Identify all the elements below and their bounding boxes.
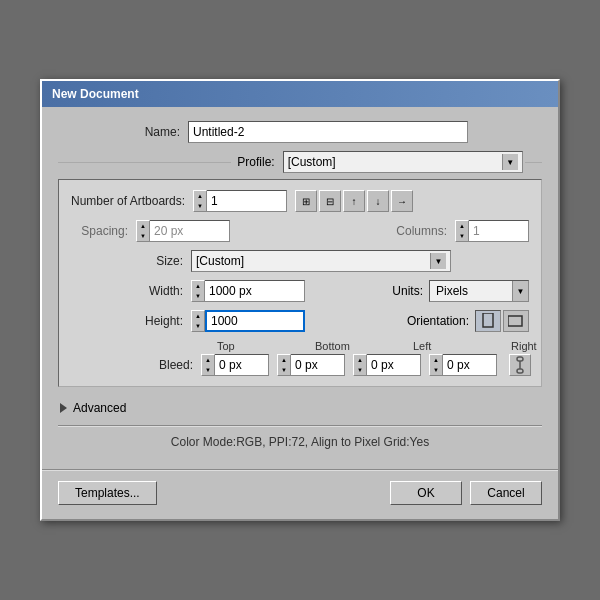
landscape-btn[interactable] xyxy=(503,310,529,332)
profile-label: Profile: xyxy=(237,155,282,169)
spacing-spinner: ▲ ▼ xyxy=(136,220,230,242)
size-select-arrow: ▼ xyxy=(430,253,446,269)
bleed-top-spinner: ▲ ▼ xyxy=(201,354,269,376)
move-down-btn[interactable]: ↓ xyxy=(367,190,389,212)
width-up-icon[interactable]: ▲ xyxy=(192,281,204,291)
new-document-dialog: New Document Name: Profile: [Custom] ▼ N… xyxy=(40,79,560,521)
columns-label: Columns: xyxy=(396,224,455,238)
bleed-grid: Top Bottom Left Right ▲ ▼ xyxy=(201,340,585,376)
info-text: Color Mode:RGB, PPI:72, Align to Pixel G… xyxy=(58,431,542,459)
svg-rect-1 xyxy=(508,316,522,326)
bleed-bottom-spinner: ▲ ▼ xyxy=(277,354,345,376)
bb-down[interactable]: ▼ xyxy=(278,365,290,375)
size-select[interactable]: [Custom] ▼ xyxy=(191,250,451,272)
profile-select-arrow: ▼ xyxy=(502,154,518,170)
artboards-input[interactable] xyxy=(207,190,287,212)
orientation-buttons xyxy=(475,310,529,332)
width-input[interactable] xyxy=(205,280,305,302)
svg-rect-3 xyxy=(517,369,523,373)
cancel-button[interactable]: Cancel xyxy=(470,481,542,505)
bleed-right-spinner: ▲ ▼ xyxy=(429,354,497,376)
name-input[interactable] xyxy=(188,121,468,143)
orientation-section: Orientation: xyxy=(407,310,529,332)
profile-select[interactable]: [Custom] ▼ xyxy=(283,151,523,173)
bleed-top-btn[interactable]: ▲ ▼ xyxy=(201,354,215,376)
bt-down[interactable]: ▼ xyxy=(202,365,214,375)
units-select[interactable]: Pixels ▼ xyxy=(429,280,529,302)
move-right-btn[interactable]: → xyxy=(391,190,413,212)
bleed-right-btn[interactable]: ▲ ▼ xyxy=(429,354,443,376)
height-label: Height: xyxy=(71,314,191,328)
spacing-spinner-btn[interactable]: ▲ ▼ xyxy=(136,220,150,242)
advanced-section[interactable]: Advanced xyxy=(58,395,542,421)
bleed-top-label: Top xyxy=(201,340,291,352)
width-spinner: ▲ ▼ xyxy=(191,280,305,302)
cols-down-icon[interactable]: ▼ xyxy=(456,231,468,241)
ok-button[interactable]: OK xyxy=(390,481,462,505)
width-section: Width: ▲ ▼ xyxy=(71,280,305,302)
br-up[interactable]: ▲ xyxy=(430,355,442,365)
bt-up[interactable]: ▲ xyxy=(202,355,214,365)
bb-up[interactable]: ▲ xyxy=(278,355,290,365)
bleed-top-input[interactable] xyxy=(215,354,269,376)
spacing-up-icon[interactable]: ▲ xyxy=(137,221,149,231)
name-label: Name: xyxy=(58,125,188,139)
columns-input[interactable] xyxy=(469,220,529,242)
advanced-label: Advanced xyxy=(73,401,126,415)
chain-link-btn[interactable] xyxy=(509,354,531,376)
move-up-btn[interactable]: ↑ xyxy=(343,190,365,212)
br-down[interactable]: ▼ xyxy=(430,365,442,375)
bl-up[interactable]: ▲ xyxy=(354,355,366,365)
artboards-row: Number of Artboards: ▲ ▼ ⊞ ⊟ ↑ ↓ → xyxy=(71,190,529,212)
width-down-icon[interactable]: ▼ xyxy=(192,291,204,301)
height-spinner-btn[interactable]: ▲ ▼ xyxy=(191,310,205,332)
name-row: Name: xyxy=(58,121,542,143)
height-section: Height: ▲ ▼ xyxy=(71,310,305,332)
artboards-spinner-btn[interactable]: ▲ ▼ xyxy=(193,190,207,212)
height-up-icon[interactable]: ▲ xyxy=(192,311,204,321)
bleed-right-input[interactable] xyxy=(443,354,497,376)
width-label: Width: xyxy=(71,284,191,298)
bleed-bottom-input[interactable] xyxy=(291,354,345,376)
bleed-section: Bleed: Top Bottom Left Right ▲ xyxy=(71,340,529,376)
dialog-title-bar[interactable]: New Document xyxy=(42,81,558,107)
height-spinner: ▲ ▼ xyxy=(191,310,305,332)
bleed-left-label: Left xyxy=(397,340,487,352)
divider xyxy=(58,425,542,427)
height-down-icon[interactable]: ▼ xyxy=(192,321,204,331)
spacing-down-icon[interactable]: ▼ xyxy=(137,231,149,241)
spinner-down-icon[interactable]: ▼ xyxy=(194,201,206,211)
columns-spinner: ▲ ▼ xyxy=(455,220,529,242)
bleed-row: Bleed: Top Bottom Left Right ▲ xyxy=(71,340,529,376)
bl-down[interactable]: ▼ xyxy=(354,365,366,375)
profile-row: Profile: [Custom] ▼ xyxy=(58,151,542,173)
svg-rect-0 xyxy=(483,313,493,327)
artboards-spinner: ▲ ▼ xyxy=(193,190,287,212)
columns-spinner-btn[interactable]: ▲ ▼ xyxy=(455,220,469,242)
button-row: Templates... OK Cancel xyxy=(42,471,558,519)
bleed-bottom-label: Bottom xyxy=(299,340,389,352)
arrange-tool-btn[interactable]: ⊟ xyxy=(319,190,341,212)
orientation-label: Orientation: xyxy=(407,314,475,328)
units-arrow-icon: ▼ xyxy=(512,281,528,301)
svg-rect-2 xyxy=(517,357,523,361)
bleed-left-btn[interactable]: ▲ ▼ xyxy=(353,354,367,376)
spacing-label: Spacing: xyxy=(71,224,136,238)
cols-up-icon[interactable]: ▲ xyxy=(456,221,468,231)
artboard-tools: ⊞ ⊟ ↑ ↓ → xyxy=(295,190,413,212)
grid-tool-btn[interactable]: ⊞ xyxy=(295,190,317,212)
bleed-left-input[interactable] xyxy=(367,354,421,376)
units-label: Units: xyxy=(392,284,429,298)
height-input[interactable] xyxy=(205,310,305,332)
spinner-up-icon[interactable]: ▲ xyxy=(194,191,206,201)
portrait-btn[interactable] xyxy=(475,310,501,332)
artboards-label: Number of Artboards: xyxy=(71,194,193,208)
templates-button[interactable]: Templates... xyxy=(58,481,157,505)
size-label: Size: xyxy=(71,254,191,268)
spacing-input[interactable] xyxy=(150,220,230,242)
spacing-columns-row: Spacing: ▲ ▼ Columns: ▲ ▼ xyxy=(71,220,529,242)
width-units-row: Width: ▲ ▼ Units: Pixels ▼ xyxy=(71,280,529,302)
bleed-headers: Top Bottom Left Right xyxy=(201,340,585,352)
width-spinner-btn[interactable]: ▲ ▼ xyxy=(191,280,205,302)
bleed-bottom-btn[interactable]: ▲ ▼ xyxy=(277,354,291,376)
